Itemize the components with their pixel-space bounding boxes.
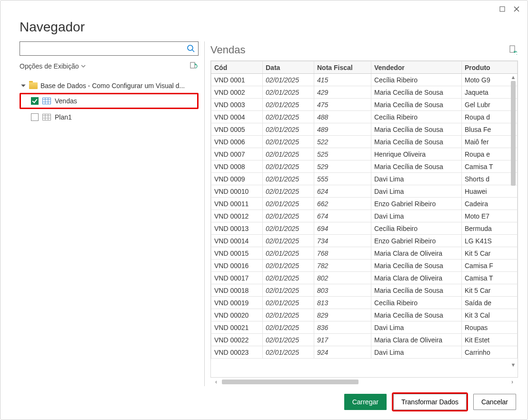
cancel-button[interactable]: Cancelar — [473, 394, 516, 410]
cell-cod: VND 00015 — [211, 247, 263, 260]
table-row[interactable]: VND 000502/01/2025489Maria Cecília de So… — [211, 123, 518, 136]
cell-data: 02/01/2025 — [263, 309, 314, 321]
cell-nf: 429 — [314, 86, 371, 99]
table-row[interactable]: VND 000402/01/2025488Cecília RibeiroRoup… — [211, 111, 518, 123]
hscroll-track[interactable] — [222, 379, 507, 385]
cell-nf: 489 — [314, 123, 371, 136]
table-row[interactable]: VND 000602/01/2025522Maria Cecília de So… — [211, 136, 518, 148]
table-row[interactable]: VND 0001602/01/2025782Maria Cecília de S… — [211, 260, 518, 272]
cell-produto: Bermuda — [462, 222, 518, 235]
table-row[interactable]: VND 000702/01/2025525Henrique OliveiraRo… — [211, 148, 518, 160]
hscroll-thumb[interactable] — [222, 380, 359, 384]
table-row[interactable]: VND 0001502/01/2025768Maria Clara de Oli… — [211, 247, 518, 260]
cell-vendedor: Maria Clara de Oliveira — [371, 334, 462, 346]
cell-nf: 662 — [314, 198, 371, 210]
cell-data: 02/01/2025 — [263, 123, 314, 136]
load-button[interactable]: Carregar — [344, 394, 387, 410]
scroll-right-arrow[interactable]: › — [508, 379, 516, 385]
col-header-nota-fiscal[interactable]: Nota Fiscal — [314, 61, 371, 74]
cell-produto: Shorts d — [462, 173, 518, 185]
col-header-vendedor[interactable]: Vendedor — [371, 61, 462, 74]
chevron-down-icon — [81, 64, 86, 69]
search-input[interactable] — [23, 42, 186, 55]
checkbox-plan1[interactable] — [31, 113, 39, 121]
scroll-up-arrow[interactable]: ▲ — [511, 74, 516, 81]
close-button[interactable] — [509, 3, 524, 15]
table-row[interactable]: VND 0001202/01/2025674Davi LimaMoto E7 — [211, 210, 518, 222]
display-options-dropdown[interactable]: Opções de Exibição — [20, 62, 86, 70]
svg-point-3 — [188, 45, 193, 50]
table-row[interactable]: VND 0002102/01/2025836Davi LimaRoupas — [211, 321, 518, 334]
preview-options-button[interactable] — [508, 45, 518, 55]
transform-data-button[interactable]: Transformar Dados — [393, 394, 467, 410]
cell-cod: VND 00011 — [211, 198, 263, 210]
svg-rect-5 — [190, 62, 195, 68]
scroll-left-arrow[interactable]: ‹ — [212, 379, 220, 385]
tree-item-vendas[interactable]: Vendas — [20, 93, 199, 109]
caret-down-icon — [20, 83, 26, 89]
cell-vendedor: Davi Lima — [371, 321, 462, 334]
table-row[interactable]: VND 000802/01/2025529Maria Cecília de So… — [211, 160, 518, 173]
table-row[interactable]: VND 0001102/01/2025662Enzo Gabriel Ribei… — [211, 198, 518, 210]
table-row[interactable]: VND 0001702/01/2025802Maria Clara de Oli… — [211, 272, 518, 284]
horizontal-scrollbar[interactable]: ‹ › — [210, 378, 518, 386]
table-row[interactable]: VND 0002202/01/2025917Maria Clara de Oli… — [211, 334, 518, 346]
cell-data: 02/01/2025 — [263, 86, 314, 99]
table-row[interactable]: VND 0002302/01/2025924Davi LimaCarrinho — [211, 346, 518, 359]
table-row[interactable]: VND 000102/01/2025415Cecília RibeiroMoto… — [211, 74, 518, 86]
tree-item-label: Vendas — [55, 97, 77, 105]
table-row[interactable]: VND 0001902/01/2025813Cecília RibeiroSaí… — [211, 297, 518, 309]
cell-produto: Moto G9 — [462, 74, 518, 86]
cell-cod: VND 00022 — [211, 334, 263, 346]
cell-cod: VND 0004 — [211, 111, 263, 123]
cell-nf: 475 — [314, 99, 371, 111]
cell-cod: VND 0008 — [211, 160, 263, 173]
cell-data: 02/01/2025 — [263, 173, 314, 185]
scroll-down-arrow[interactable]: ▼ — [511, 362, 516, 369]
vertical-scrollbar[interactable]: ▲ ▼ — [510, 74, 517, 369]
cell-cod: VND 00019 — [211, 297, 263, 309]
search-icon[interactable] — [186, 43, 196, 54]
table-row[interactable]: VND 0001402/01/2025734Enzo Gabriel Ribei… — [211, 235, 518, 247]
tree-root-node[interactable]: Base de Dados - Como Configurar um Visua… — [20, 79, 199, 93]
tree-item-label: Plan1 — [55, 113, 72, 121]
maximize-button[interactable] — [495, 3, 509, 15]
table-row[interactable]: VND 000302/01/2025475Maria Cecília de So… — [211, 99, 518, 111]
vscroll-track[interactable] — [510, 81, 517, 362]
display-options-label: Opções de Exibição — [20, 62, 79, 70]
cell-produto: Kit 3 Cal — [462, 309, 518, 321]
cell-produto: Maiô fer — [462, 136, 518, 148]
cell-vendedor: Maria Cecília de Sousa — [371, 260, 462, 272]
document-options-icon — [508, 45, 517, 55]
data-grid-container: Cód Data Nota Fiscal Vendedor Produto VN… — [210, 60, 518, 378]
cell-produto: Kit 5 Car — [462, 247, 518, 260]
refresh-button[interactable] — [189, 61, 199, 71]
cell-nf: 555 — [314, 173, 371, 185]
table-row[interactable]: VND 000202/01/2025429Maria Cecília de So… — [211, 86, 518, 99]
checkbox-vendas[interactable] — [31, 97, 39, 105]
vscroll-thumb[interactable] — [511, 81, 516, 186]
table-row[interactable]: VND 0002002/01/2025829Maria Cecília de S… — [211, 309, 518, 321]
cell-vendedor: Davi Lima — [371, 210, 462, 222]
cell-nf: 674 — [314, 210, 371, 222]
cell-data: 02/01/2025 — [263, 321, 314, 334]
cell-nf: 802 — [314, 272, 371, 284]
tree-item-plan1[interactable]: Plan1 — [20, 109, 199, 125]
table-row[interactable]: VND 0001002/01/2025624Davi LimaHuawei — [211, 185, 518, 198]
col-header-data[interactable]: Data — [263, 61, 314, 74]
cell-vendedor: Maria Cecília de Sousa — [371, 123, 462, 136]
table-row[interactable]: VND 000902/01/2025555Davi LimaShorts d — [211, 173, 518, 185]
cell-vendedor: Maria Cecília de Sousa — [371, 86, 462, 99]
cell-cod: VND 00020 — [211, 309, 263, 321]
cell-vendedor: Cecília Ribeiro — [371, 111, 462, 123]
cell-data: 02/01/2025 — [263, 260, 314, 272]
search-box[interactable] — [20, 41, 199, 56]
table-row[interactable]: VND 0001302/01/2025694Cecília RibeiroBer… — [211, 222, 518, 235]
pane-divider — [204, 41, 205, 386]
svg-rect-6 — [43, 98, 51, 104]
col-header-produto[interactable]: Produto — [462, 61, 518, 74]
cell-nf: 624 — [314, 185, 371, 198]
col-header-cod[interactable]: Cód — [211, 61, 263, 74]
navigator-dialog: Navegador Opções de Exibição — [0, 0, 528, 420]
table-row[interactable]: VND 0001802/01/2025803Maria Cecília de S… — [211, 284, 518, 297]
